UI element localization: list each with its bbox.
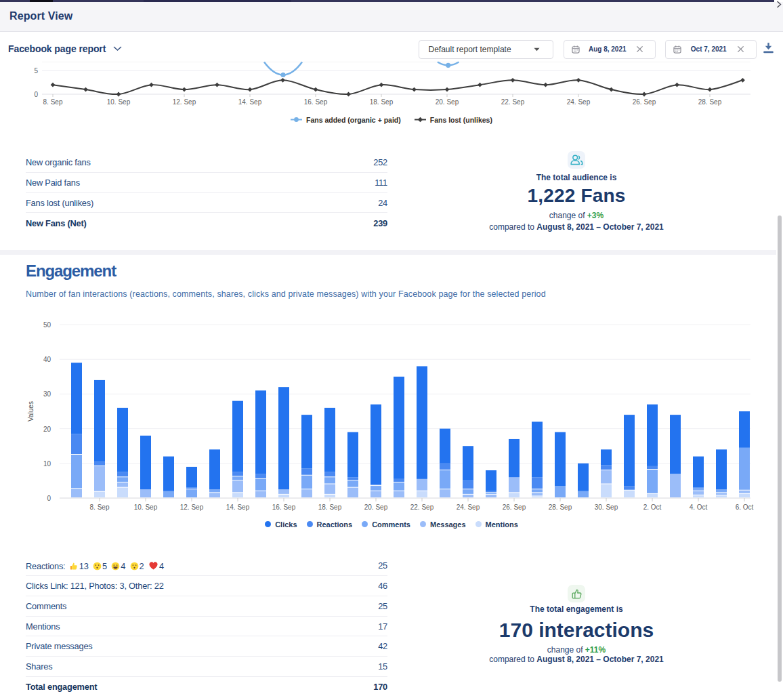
svg-text:0: 0: [47, 495, 51, 502]
svg-text:0: 0: [34, 91, 38, 98]
svg-text:Values: Values: [27, 401, 35, 421]
svg-text:16. Sep: 16. Sep: [272, 503, 296, 511]
svg-text:14. Sep: 14. Sep: [226, 503, 250, 511]
svg-text:30. Sep: 30. Sep: [595, 503, 618, 511]
svg-text:16. Sep: 16. Sep: [304, 98, 328, 106]
svg-text:28. Sep: 28. Sep: [698, 98, 722, 106]
svg-text:20: 20: [43, 426, 51, 433]
svg-text:24. Sep: 24. Sep: [457, 503, 480, 511]
svg-text:20. Sep: 20. Sep: [364, 503, 388, 511]
svg-text:20. Sep: 20. Sep: [436, 98, 459, 106]
svg-text:12. Sep: 12. Sep: [173, 98, 196, 106]
svg-text:50: 50: [43, 321, 51, 329]
svg-text:8. Sep: 8. Sep: [43, 98, 63, 106]
svg-text:10: 10: [43, 460, 51, 468]
svg-text:18. Sep: 18. Sep: [370, 98, 394, 106]
svg-text:22. Sep: 22. Sep: [410, 503, 434, 511]
svg-text:8. Sep: 8. Sep: [90, 503, 110, 511]
svg-text:6. Oct: 6. Oct: [736, 503, 754, 511]
svg-text:5: 5: [34, 67, 38, 75]
svg-text:4. Oct: 4. Oct: [690, 503, 708, 511]
svg-text:40: 40: [43, 356, 51, 363]
svg-text:2. Oct: 2. Oct: [643, 503, 662, 511]
svg-text:14. Sep: 14. Sep: [238, 98, 262, 106]
svg-text:30: 30: [43, 390, 51, 398]
svg-text:18. Sep: 18. Sep: [318, 503, 342, 511]
svg-text:10. Sep: 10. Sep: [107, 98, 131, 106]
svg-text:24. Sep: 24. Sep: [567, 98, 591, 106]
svg-text:26. Sep: 26. Sep: [503, 503, 526, 511]
svg-text:22. Sep: 22. Sep: [501, 98, 525, 106]
svg-text:26. Sep: 26. Sep: [633, 98, 656, 106]
svg-text:10. Sep: 10. Sep: [134, 503, 158, 511]
svg-text:28. Sep: 28. Sep: [549, 503, 572, 511]
svg-text:12. Sep: 12. Sep: [180, 503, 204, 511]
